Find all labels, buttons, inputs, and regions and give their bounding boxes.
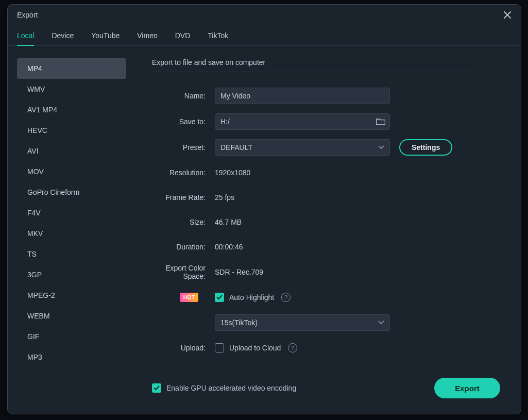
export-dialog: Export Local Device YouTube Vimeo DVD Ti…	[7, 4, 521, 414]
chevron-down-icon	[378, 321, 384, 325]
label-auto-highlight: HOT	[152, 293, 215, 302]
format-3gp[interactable]: 3GP	[17, 264, 126, 285]
label-name: Name:	[152, 92, 215, 100]
export-button[interactable]: Export	[434, 378, 500, 398]
row-auto-highlight: HOT Auto Highlight ?	[152, 290, 500, 305]
footer: Enable GPU accelerated video encoding Ex…	[152, 374, 500, 406]
label-preset: Preset:	[152, 143, 215, 152]
upload-cloud-checkbox[interactable]	[215, 343, 224, 352]
format-gopro[interactable]: GoPro Cineform	[17, 182, 126, 203]
format-mp4[interactable]: MP4	[17, 58, 126, 79]
tab-local[interactable]: Local	[17, 25, 34, 45]
format-webm[interactable]: WEBM	[17, 306, 126, 326]
row-duration: Duration: 00:00:46	[152, 239, 500, 255]
row-size: Size: 46.7 MB	[152, 214, 500, 230]
tab-youtube[interactable]: YouTube	[91, 25, 120, 45]
row-upload: Upload: Upload to Cloud ?	[152, 340, 500, 356]
label-size: Size:	[152, 218, 215, 226]
highlight-preset-value: 15s(TikTok)	[220, 318, 378, 327]
name-input[interactable]	[215, 88, 390, 104]
auto-highlight-label: Auto Highlight	[229, 293, 274, 301]
gpu-label: Enable GPU accelerated video encoding	[166, 384, 296, 392]
framerate-value: 25 fps	[215, 193, 234, 201]
format-mp3[interactable]: MP3	[17, 347, 126, 367]
colorspace-value: SDR - Rec.709	[215, 268, 263, 276]
format-hevc[interactable]: HEVC	[17, 120, 126, 141]
saveto-input[interactable]: H:/	[215, 113, 390, 130]
folder-icon[interactable]	[376, 117, 385, 126]
tab-tiktok[interactable]: TikTok	[208, 25, 228, 45]
row-framerate: Frame Rate: 25 fps	[152, 190, 500, 205]
gpu-row: Enable GPU accelerated video encoding	[152, 383, 296, 393]
row-colorspace: Export Color Space: SDR - Rec.709	[152, 264, 500, 280]
format-gif[interactable]: GIF	[17, 326, 126, 347]
format-ts[interactable]: TS	[17, 244, 126, 264]
hot-badge: HOT	[180, 293, 198, 302]
format-wmv[interactable]: WMV	[17, 79, 126, 99]
label-saveto: Save to:	[152, 117, 215, 126]
preset-value: DEFAULT	[220, 143, 378, 152]
format-avi[interactable]: AVI	[17, 141, 126, 161]
help-icon[interactable]: ?	[288, 343, 297, 352]
tab-device[interactable]: Device	[52, 25, 74, 45]
chevron-down-icon	[378, 145, 384, 149]
label-upload: Upload:	[152, 344, 215, 352]
format-f4v[interactable]: F4V	[17, 203, 126, 223]
upload-cloud-label: Upload to Cloud	[229, 344, 281, 352]
row-resolution: Resolution: 1920x1080	[152, 165, 500, 180]
label-resolution: Resolution:	[152, 169, 215, 177]
form: Name: Save to: H:/ Preset: DEFAULT	[152, 88, 500, 356]
titlebar: Export	[8, 5, 521, 25]
format-mpeg2[interactable]: MPEG-2	[17, 285, 126, 306]
format-mkv[interactable]: MKV	[17, 223, 126, 244]
close-button[interactable]	[501, 9, 514, 21]
close-icon	[504, 11, 511, 19]
dialog-body: MP4 WMV AV1 MP4 HEVC AVI MOV GoPro Cinef…	[8, 46, 521, 414]
saveto-value: H:/	[220, 117, 376, 126]
format-sidebar: MP4 WMV AV1 MP4 HEVC AVI MOV GoPro Cinef…	[8, 46, 127, 414]
settings-button[interactable]: Settings	[399, 139, 452, 156]
format-mov[interactable]: MOV	[17, 161, 126, 182]
section-header: Export to file and save on computer	[152, 58, 478, 72]
tabs: Local Device YouTube Vimeo DVD TikTok	[8, 25, 521, 46]
row-saveto: Save to: H:/	[152, 113, 500, 130]
row-name: Name:	[152, 88, 500, 104]
dialog-title: Export	[17, 11, 38, 19]
duration-value: 00:00:46	[215, 243, 243, 251]
tab-vimeo[interactable]: Vimeo	[137, 25, 157, 45]
gpu-checkbox[interactable]	[152, 383, 161, 393]
main-panel: Export to file and save on computer Name…	[127, 46, 521, 414]
size-value: 46.7 MB	[215, 218, 242, 226]
label-colorspace: Export Color Space:	[152, 264, 215, 280]
auto-highlight-checkbox[interactable]	[215, 293, 224, 302]
help-icon[interactable]: ?	[281, 293, 291, 302]
label-framerate: Frame Rate:	[152, 193, 215, 201]
format-av1-mp4[interactable]: AV1 MP4	[17, 99, 126, 120]
resolution-value: 1920x1080	[215, 169, 250, 177]
preset-select[interactable]: DEFAULT	[215, 139, 390, 156]
row-highlight-preset: 15s(TikTok)	[152, 314, 500, 331]
highlight-preset-select[interactable]: 15s(TikTok)	[215, 314, 390, 331]
label-duration: Duration:	[152, 243, 215, 251]
row-preset: Preset: DEFAULT Settings	[152, 139, 500, 156]
tab-dvd[interactable]: DVD	[175, 25, 191, 45]
